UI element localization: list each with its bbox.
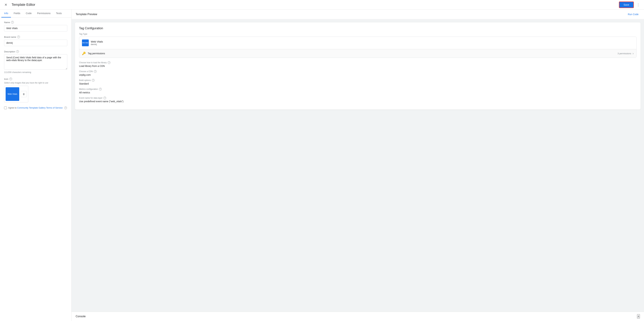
tag-author: demirj xyxy=(91,43,103,46)
event-name-value: Use predefined event name ("web_vitals") xyxy=(79,100,636,103)
icon-hint-text: Select only images that you have the rig… xyxy=(4,82,67,84)
brand-name-help-icon[interactable]: ? xyxy=(17,35,20,38)
event-name-label: Event name for data layer ? xyxy=(79,97,636,99)
load-library-option: Choose how to load the library ? Load li… xyxy=(79,61,636,67)
icon-field-group: Icon ? Select only images that you have … xyxy=(4,78,67,102)
right-header: Template Preview Run Code xyxy=(72,9,644,19)
icon-preview: Web Vitals xyxy=(6,87,19,101)
left-panel: Info Fields Code Permissions Tests Name … xyxy=(0,9,72,321)
icon-delete-button[interactable]: 🗑 xyxy=(20,91,27,97)
metrics-option: Metrics configuration ? All metrics xyxy=(79,88,636,94)
load-library-help-icon[interactable]: ? xyxy=(108,61,110,64)
tab-code[interactable]: Code xyxy=(23,9,34,17)
tag-type-label: Tag Type xyxy=(79,33,636,35)
tabs-bar: Info Fields Code Permissions Tests xyxy=(0,9,72,17)
tab-info[interactable]: Info xyxy=(1,9,11,17)
char-count: 111/200 characters remaining xyxy=(4,71,67,73)
key-icon: 🔑 xyxy=(82,51,86,55)
brand-name-field-group: Brand name ? xyxy=(4,35,67,46)
delete-icon: 🗑 xyxy=(23,93,25,95)
build-options-label: Build options ? xyxy=(79,79,636,82)
metrics-help-icon[interactable]: ? xyxy=(99,88,102,91)
tag-type-card: Web Vitals Web Vitals demirj 🔑 Tag permi… xyxy=(79,37,636,58)
load-library-value: Load library from a CDN xyxy=(79,65,636,67)
tab-permissions[interactable]: Permissions xyxy=(34,9,53,17)
console-header: Console ∧ xyxy=(72,312,644,321)
load-library-label: Choose how to load the library ? xyxy=(79,61,636,64)
more-icon: ⋮ xyxy=(636,3,640,7)
icon-container: Web Vitals 🗑 xyxy=(4,86,28,102)
description-label: Description ? xyxy=(4,50,67,53)
name-label: Name ? xyxy=(4,21,67,24)
console-title: Console xyxy=(76,315,86,318)
console-section: Console ∧ xyxy=(72,312,644,321)
brand-name-input[interactable] xyxy=(4,40,67,46)
permissions-chevron-icon: › xyxy=(632,52,634,55)
console-collapse-button[interactable]: ∧ xyxy=(637,314,640,319)
page-title: Template Editor xyxy=(12,3,35,7)
icon-help-icon[interactable]: ? xyxy=(9,78,12,80)
preview-card: Tag Configuration Tag Type Web Vitals We… xyxy=(75,22,640,110)
description-input[interactable]: Send (Core) Web Vitals field data of a p… xyxy=(4,54,67,70)
close-button[interactable]: ✕ xyxy=(3,2,9,8)
tag-icon: Web Vitals xyxy=(82,39,89,46)
header-left: ✕ Template Editor xyxy=(3,2,35,8)
terms-help-icon[interactable]: ? xyxy=(64,107,67,109)
tab-fields[interactable]: Fields xyxy=(11,9,23,17)
save-button[interactable]: Save xyxy=(619,1,634,8)
name-help-icon[interactable]: ? xyxy=(11,21,14,24)
tag-name: Web Vitals xyxy=(91,40,103,43)
build-options-value: Standard xyxy=(79,82,636,85)
name-field-group: Name ? xyxy=(4,21,67,31)
agree-checkbox[interactable] xyxy=(4,107,7,109)
name-input[interactable] xyxy=(4,25,67,31)
tag-type-row: Web Vitals Web Vitals demirj xyxy=(79,37,636,49)
cdn-help-icon[interactable]: ? xyxy=(94,70,96,73)
event-name-option: Event name for data layer ? Use predefin… xyxy=(79,97,636,103)
build-options-help-icon[interactable]: ? xyxy=(92,79,94,82)
brand-name-label: Brand name ? xyxy=(4,35,67,38)
permissions-label: Tag permissions xyxy=(88,52,618,55)
close-icon: ✕ xyxy=(4,3,7,7)
right-panel: Template Preview Run Code Tag Configurat… xyxy=(72,9,644,321)
event-name-help-icon[interactable]: ? xyxy=(104,97,106,99)
agree-row: Agree to Community Template Gallery Term… xyxy=(4,107,67,109)
permissions-row[interactable]: 🔑 Tag permissions 3 permissions › xyxy=(79,49,636,58)
header-right: Save ⋮ xyxy=(619,1,641,8)
cdn-option: Choose a CDN ? unpkg.com xyxy=(79,70,636,76)
run-code-button[interactable]: Run Code xyxy=(626,12,640,16)
more-options-button[interactable]: ⋮ xyxy=(635,2,641,7)
config-options: Choose how to load the library ? Load li… xyxy=(79,61,636,103)
description-help-icon[interactable]: ? xyxy=(16,50,19,53)
metrics-label: Metrics configuration ? xyxy=(79,88,636,91)
tag-info: Web Vitals demirj xyxy=(91,40,103,46)
tab-tests[interactable]: Tests xyxy=(53,9,64,17)
terms-link[interactable]: Community Template Gallery Terms of Serv… xyxy=(17,107,63,109)
tag-config-title: Tag Configuration xyxy=(79,26,636,30)
header: ✕ Template Editor Save ⋮ xyxy=(0,0,644,9)
description-field-group: Description ? Send (Core) Web Vitals fie… xyxy=(4,50,67,73)
permissions-count: 3 permissions xyxy=(618,52,631,55)
build-options-option: Build options ? Standard xyxy=(79,79,636,85)
main-content: Info Fields Code Permissions Tests Name … xyxy=(0,9,644,321)
left-panel-content: Name ? Brand name ? Description ? S xyxy=(0,17,72,321)
metrics-value: All metrics xyxy=(79,91,636,94)
cdn-label: Choose a CDN ? xyxy=(79,70,636,73)
preview-title: Template Preview xyxy=(76,13,97,16)
cdn-value: unpkg.com xyxy=(79,73,636,76)
preview-area: Tag Configuration Tag Type Web Vitals We… xyxy=(72,19,644,312)
icon-label: Icon ? xyxy=(4,78,67,80)
agree-text: Agree to Community Template Gallery Term… xyxy=(8,107,67,109)
